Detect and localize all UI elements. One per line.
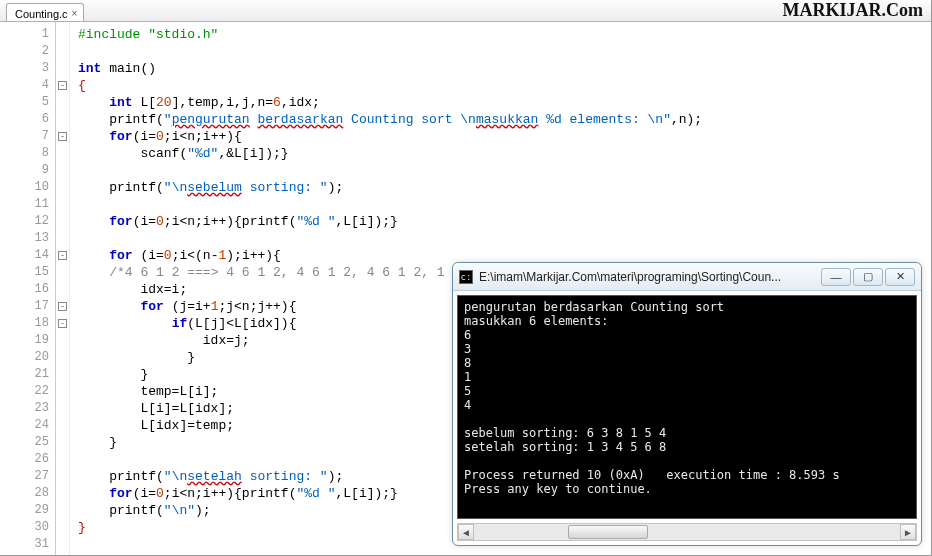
line-number: 17 (0, 298, 49, 315)
line-number: 12 (0, 213, 49, 230)
line-number: 31 (0, 536, 49, 553)
fold-marker[interactable]: - (56, 247, 69, 264)
fold-marker (56, 94, 69, 111)
code-line: for(i=0;i<n;i++){ (78, 128, 931, 145)
code-line (78, 230, 931, 247)
titlebar[interactable]: c: E:\imam\Markijar.Com\materi\programin… (453, 263, 921, 291)
console-title: E:\imam\Markijar.Com\materi\programing\S… (479, 270, 815, 284)
header: Counting.c × MARKIJAR.Com (0, 0, 931, 22)
brand: MARKIJAR.Com (783, 0, 925, 21)
fold-marker (56, 502, 69, 519)
line-number: 13 (0, 230, 49, 247)
line-number: 3 (0, 60, 49, 77)
fold-marker (56, 536, 69, 553)
line-number: 11 (0, 196, 49, 213)
fold-marker[interactable]: - (56, 77, 69, 94)
scroll-right-icon[interactable]: ► (900, 524, 916, 540)
tab-label: Counting.c (15, 8, 68, 20)
line-number: 27 (0, 468, 49, 485)
line-number: 4 (0, 77, 49, 94)
code-line: printf("\nsebelum sorting: "); (78, 179, 931, 196)
line-number: 6 (0, 111, 49, 128)
line-number: 21 (0, 366, 49, 383)
line-number: 10 (0, 179, 49, 196)
fold-marker[interactable]: - (56, 128, 69, 145)
fold-marker (56, 434, 69, 451)
code-line: scanf("%d",&L[i]);} (78, 145, 931, 162)
maximize-button[interactable]: ▢ (853, 268, 883, 286)
fold-marker (56, 43, 69, 60)
line-number: 14 (0, 247, 49, 264)
code-line (78, 43, 931, 60)
minimize-button[interactable]: — (821, 268, 851, 286)
line-number: 9 (0, 162, 49, 179)
line-number: 5 (0, 94, 49, 111)
line-number: 8 (0, 145, 49, 162)
fold-marker (56, 60, 69, 77)
line-number: 28 (0, 485, 49, 502)
fold-marker (56, 366, 69, 383)
tabs: Counting.c × (6, 0, 84, 21)
fold-marker[interactable]: - (56, 315, 69, 332)
fold-marker (56, 468, 69, 485)
tab-counting-c[interactable]: Counting.c × (6, 3, 84, 21)
code-line: int main() (78, 60, 931, 77)
fold-marker (56, 230, 69, 247)
scroll-left-icon[interactable]: ◄ (458, 524, 474, 540)
line-number: 23 (0, 400, 49, 417)
fold-marker (56, 145, 69, 162)
line-number-gutter: 1234567891011121314151617181920212223242… (0, 22, 56, 555)
fold-marker (56, 162, 69, 179)
fold-marker (56, 417, 69, 434)
line-number: 1 (0, 26, 49, 43)
code-line: #include "stdio.h" (78, 26, 931, 43)
fold-column: - - - -- (56, 22, 70, 555)
close-button[interactable]: ✕ (885, 268, 915, 286)
line-number: 7 (0, 128, 49, 145)
fold-marker (56, 111, 69, 128)
fold-marker (56, 519, 69, 536)
cmd-icon: c: (459, 270, 473, 284)
fold-marker (56, 26, 69, 43)
line-number: 22 (0, 383, 49, 400)
scroll-thumb[interactable] (568, 525, 648, 539)
line-number: 30 (0, 519, 49, 536)
fold-marker (56, 281, 69, 298)
terminal-output[interactable]: pengurutan berdasarkan Counting sort mas… (457, 295, 917, 519)
line-number: 15 (0, 264, 49, 281)
code-line: { (78, 77, 931, 94)
line-number: 26 (0, 451, 49, 468)
line-number: 29 (0, 502, 49, 519)
code-line: printf("pengurutan berdasarkan Counting … (78, 111, 931, 128)
fold-marker (56, 264, 69, 281)
fold-marker (56, 383, 69, 400)
line-number: 20 (0, 349, 49, 366)
fold-marker (56, 485, 69, 502)
code-line (78, 196, 931, 213)
line-number: 2 (0, 43, 49, 60)
code-line (78, 162, 931, 179)
window-buttons: — ▢ ✕ (821, 268, 915, 286)
fold-marker (56, 332, 69, 349)
line-number: 16 (0, 281, 49, 298)
line-number: 24 (0, 417, 49, 434)
fold-marker (56, 451, 69, 468)
fold-marker (56, 213, 69, 230)
fold-marker (56, 179, 69, 196)
fold-marker (56, 349, 69, 366)
code-line: int L[20],temp,i,j,n=6,idx; (78, 94, 931, 111)
close-icon[interactable]: × (72, 8, 78, 19)
code-line: for(i=0;i<n;i++){printf("%d ",L[i]);} (78, 213, 931, 230)
line-number: 18 (0, 315, 49, 332)
horizontal-scrollbar[interactable]: ◄ ► (457, 523, 917, 541)
fold-marker[interactable]: - (56, 298, 69, 315)
line-number: 19 (0, 332, 49, 349)
line-number: 25 (0, 434, 49, 451)
console-window: c: E:\imam\Markijar.Com\materi\programin… (452, 262, 922, 546)
fold-marker (56, 196, 69, 213)
fold-marker (56, 400, 69, 417)
